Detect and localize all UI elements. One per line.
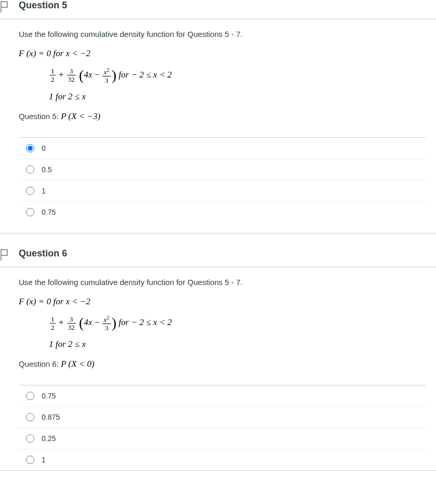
q6-radio-d[interactable] <box>26 456 34 464</box>
question-5-header: Question 5 <box>0 0 436 19</box>
q5-label-b: 0.5 <box>42 165 52 174</box>
cdf-line-2: 12 + 332 (4x − x23) for − 2 ≤ x < 2 <box>49 67 426 84</box>
question-6-title: Question 6 <box>19 248 67 259</box>
cdf-line-3: 1 for 2 ≤ x <box>49 89 426 105</box>
question-5-block: Question 5 Use the following cumulative … <box>0 0 436 234</box>
question-5-prompt: Question 5: P (X < −3) <box>19 111 426 122</box>
q6-option-b[interactable]: 0.875 <box>19 407 426 428</box>
question-6-intro: Use the following cumulative density fun… <box>19 278 426 287</box>
question-6-block: Question 6 Use the following cumulative … <box>0 248 436 471</box>
question-5-intro: Use the following cumulative density fun… <box>19 30 426 38</box>
q6-option-c[interactable]: 0.25 <box>19 428 426 449</box>
q6-label-d: 1 <box>42 456 46 464</box>
flag-icon[interactable] <box>0 1 9 12</box>
q6-radio-a[interactable] <box>26 392 34 400</box>
question-6-header: Question 6 <box>0 248 436 267</box>
q5-radio-d[interactable] <box>26 208 34 216</box>
question-5-body: Use the following cumulative density fun… <box>0 30 436 233</box>
q5-label-c: 1 <box>42 187 46 195</box>
q6-radio-b[interactable] <box>26 413 34 421</box>
q6-label-a: 0.75 <box>42 392 56 400</box>
cdf-line-1-q6: F (x) = 0 for x < −2 <box>19 294 426 310</box>
q5-radio-a[interactable] <box>26 144 34 152</box>
question-5-title: Question 5 <box>19 0 67 11</box>
q6-label-b: 0.875 <box>42 413 60 421</box>
cdf-line-3-q6: 1 for 2 ≤ x <box>49 337 426 353</box>
q5-option-a[interactable]: 0 <box>19 138 426 159</box>
q6-option-a[interactable]: 0.75 <box>19 385 426 407</box>
q5-radio-c[interactable] <box>26 187 34 195</box>
q5-option-b[interactable]: 0.5 <box>19 159 426 180</box>
q6-radio-c[interactable] <box>26 434 34 443</box>
cdf-line-1: F (x) = 0 for x < −2 <box>19 46 426 62</box>
question-6-prompt: Question 6: P (X < 0) <box>19 359 426 369</box>
q5-radio-b[interactable] <box>26 165 34 174</box>
q5-option-d[interactable]: 0.75 <box>19 202 426 223</box>
q6-option-d[interactable]: 1 <box>19 449 426 470</box>
question-6-options: 0.75 0.875 0.25 1 <box>19 385 426 470</box>
q5-label-a: 0 <box>42 144 46 152</box>
question-5-options: 0 0.5 1 0.75 <box>19 137 426 223</box>
flag-icon[interactable] <box>0 249 9 261</box>
q5-option-c[interactable]: 1 <box>19 180 426 202</box>
question-6-body: Use the following cumulative density fun… <box>0 278 436 471</box>
q6-label-c: 0.25 <box>42 434 56 443</box>
q5-label-d: 0.75 <box>42 208 56 216</box>
cdf-line-2-q6: 12 + 332 (4x − x23) for − 2 ≤ x < 2 <box>49 315 426 331</box>
